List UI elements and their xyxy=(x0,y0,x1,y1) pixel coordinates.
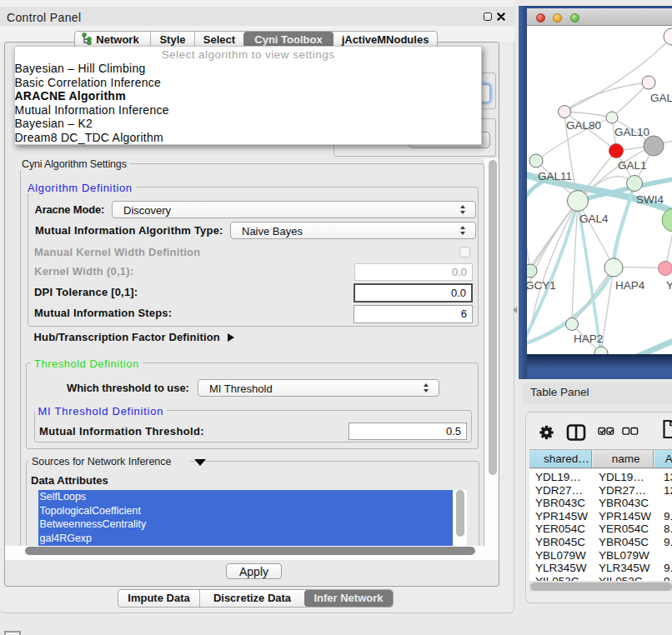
svg-text:GAL11: GAL11 xyxy=(538,170,572,182)
svg-text:HAP2: HAP2 xyxy=(574,332,603,345)
svg-text:GCY1: GCY1 xyxy=(527,279,556,292)
svg-text:SWI4: SWI4 xyxy=(636,193,664,206)
svg-text:GAL7: GAL7 xyxy=(650,92,672,104)
svg-text:GAL1: GAL1 xyxy=(618,159,647,172)
svg-text:GAL4: GAL4 xyxy=(579,212,609,225)
svg-text:GAL10: GAL10 xyxy=(614,126,649,138)
svg-text:YJ: YJ xyxy=(666,279,672,292)
svg-text:GAL80: GAL80 xyxy=(566,119,601,132)
svg-text:HAP4: HAP4 xyxy=(615,279,645,292)
